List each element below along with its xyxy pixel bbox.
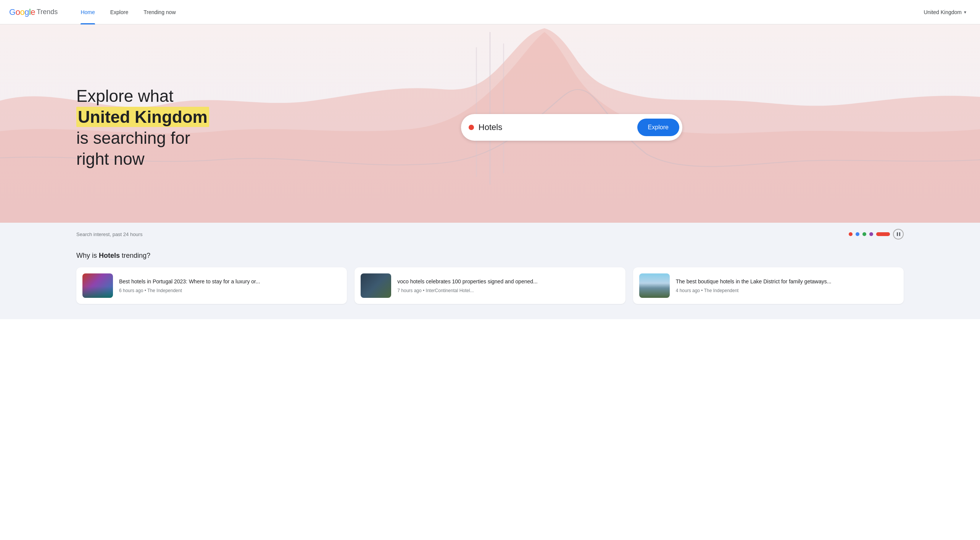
nav-home[interactable]: Home <box>73 0 102 24</box>
trending-suffix: trending? <box>120 252 150 259</box>
logo-area: Google Trends <box>9 7 58 17</box>
card-meta-2: 7 hours ago • InterContinental Hotel... <box>397 288 619 293</box>
card-content-1: Best hotels in Portugal 2023: Where to s… <box>119 278 341 293</box>
hero-content: Explore what United Kingdom is searching… <box>0 24 980 223</box>
hero-heading-line2: is searching for <box>76 129 190 147</box>
card-title-3: The best boutique hotels in the Lake Dis… <box>676 278 898 286</box>
trending-section: Why is Hotels trending? Best hotels in P… <box>0 244 980 319</box>
trends-label: Trends <box>37 8 58 16</box>
main-nav: Home Explore Trending now <box>73 0 919 24</box>
news-card-1[interactable]: Best hotels in Portugal 2023: Where to s… <box>76 267 347 304</box>
search-caption-row: Search interest, past 24 hours <box>76 223 904 244</box>
pause-button[interactable] <box>893 229 904 239</box>
hero-heading-highlighted: United Kingdom <box>76 107 209 127</box>
hero-heading-line1: Explore what <box>76 87 173 105</box>
card-image-3 <box>639 273 670 298</box>
hero-heading: Explore what United Kingdom is searching… <box>76 85 209 169</box>
below-hero: Search interest, past 24 hours <box>0 223 980 244</box>
card-image-1 <box>82 273 113 298</box>
carousel-indicators <box>849 229 904 239</box>
hero-heading-line3: right now <box>76 149 145 168</box>
trending-title: Why is Hotels trending? <box>76 252 904 260</box>
news-card-2[interactable]: voco hotels celebrates 100 properties si… <box>355 267 625 304</box>
trending-prefix: Why is <box>76 252 99 259</box>
news-cards-row: Best hotels in Portugal 2023: Where to s… <box>76 267 904 304</box>
explore-button[interactable]: Explore <box>637 119 679 136</box>
region-label: United Kingdom <box>924 9 962 15</box>
hero-text: Explore what United Kingdom is searching… <box>76 85 209 169</box>
indicator-bar-active[interactable] <box>876 232 890 236</box>
nav-explore[interactable]: Explore <box>103 0 136 24</box>
app-header: Google Trends Home Explore Trending now … <box>0 0 980 24</box>
indicator-dot-1[interactable] <box>849 232 853 236</box>
search-input[interactable] <box>479 122 633 132</box>
search-dot-icon <box>469 125 474 130</box>
card-content-3: The best boutique hotels in the Lake Dis… <box>676 278 898 293</box>
indicator-dot-2[interactable] <box>856 232 859 236</box>
news-card-3[interactable]: The best boutique hotels in the Lake Dis… <box>633 267 904 304</box>
card-image-2 <box>361 273 391 298</box>
pause-icon <box>897 232 900 236</box>
region-selector[interactable]: United Kingdom ▾ <box>919 6 971 18</box>
search-area: Explore <box>240 114 904 141</box>
card-meta-1: 6 hours ago • The Independent <box>119 288 341 293</box>
card-title-2: voco hotels celebrates 100 properties si… <box>397 278 619 286</box>
google-logo: Google <box>9 7 35 17</box>
chevron-down-icon: ▾ <box>964 10 966 15</box>
nav-trending-now[interactable]: Trending now <box>136 0 183 24</box>
card-content-2: voco hotels celebrates 100 properties si… <box>397 278 619 293</box>
indicator-dot-4[interactable] <box>869 232 873 236</box>
search-box: Explore <box>461 114 682 141</box>
card-title-1: Best hotels in Portugal 2023: Where to s… <box>119 278 341 286</box>
search-caption-text: Search interest, past 24 hours <box>76 231 142 237</box>
indicator-dot-3[interactable] <box>862 232 866 236</box>
card-meta-3: 4 hours ago • The Independent <box>676 288 898 293</box>
trending-keyword: Hotels <box>99 252 120 259</box>
hero-section: Explore what United Kingdom is searching… <box>0 24 980 223</box>
